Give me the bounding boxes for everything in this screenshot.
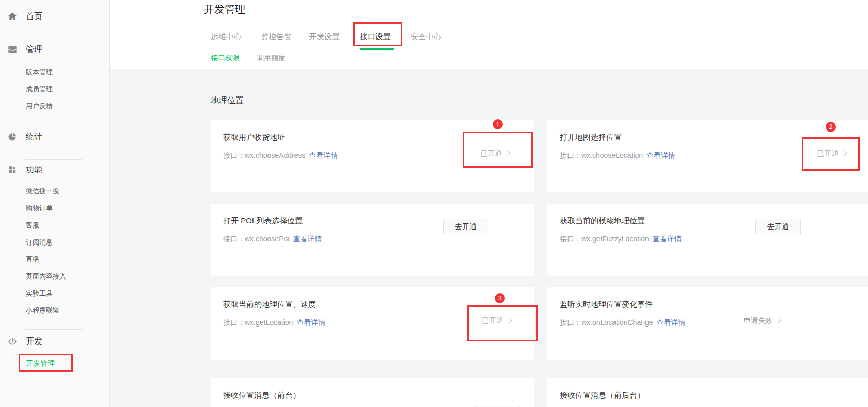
sidebar-item-用户反馈[interactable]: 用户反馈 (26, 103, 109, 110)
status-opened[interactable]: 已开通 (482, 316, 511, 325)
sidebar-group-inbox[interactable]: 管理 (0, 43, 109, 56)
card-api-line: 接口：wx.getFuzzyLocation查看详情 (560, 235, 682, 244)
api-card: 获取当前的地理位置、速度接口：wx.getLocation查看详情已开通 (211, 287, 534, 360)
card-api-line: 接口：wx.getLocation查看详情 (223, 318, 325, 328)
sidebar-item-直播[interactable]: 直播 (26, 256, 109, 263)
sidebar-group-code[interactable]: 开发 (0, 335, 109, 348)
sidebar-group-grid[interactable]: 功能 (0, 164, 109, 176)
api-name: wx.getFuzzyLocation (581, 235, 649, 243)
inbox-icon (7, 44, 18, 55)
api-card: 获取当前的模糊地理位置接口：wx.getFuzzyLocation查看详情去开通 (547, 204, 868, 276)
active-tab-underline (360, 48, 394, 50)
api-card: 打开地图选择位置接口：wx.chooseLocation查看详情已开通 (547, 120, 868, 192)
tab-border (211, 50, 868, 50)
card-title: 接收位置消息（前台） (223, 390, 301, 400)
sidebar-group-label: 开发 (26, 336, 42, 347)
content-body: 地理位置 获取用户收货地址接口：wx.chooseAddress查看详情已开通打… (110, 69, 868, 407)
api-card: 接收位置消息（前台） (211, 378, 534, 407)
api-name: wx.onLocationChange (581, 318, 653, 327)
sidebar-item-成员管理[interactable]: 成员管理 (26, 86, 109, 93)
status-opened[interactable]: 已开通 (817, 149, 846, 158)
subtab-divider (248, 55, 248, 62)
sidebar-item-微信搜一搜[interactable]: 微信搜一搜 (26, 188, 109, 195)
api-card: 打开 POI 列表选择位置接口：wx.choosePoi查看详情去开通 (211, 204, 534, 276)
sidebar-group-label: 功能 (26, 165, 42, 175)
sidebar-divider (25, 159, 82, 160)
sidebar-item-小程序联盟[interactable]: 小程序联盟 (26, 307, 109, 314)
api-label: 接口： (560, 151, 581, 159)
chevron-right-icon (504, 150, 510, 156)
chevron-right-icon (506, 317, 512, 323)
api-name: wx.chooseLocation (581, 151, 643, 159)
open-api-button[interactable]: 去开通 (755, 219, 801, 235)
sidebar-item-客服[interactable]: 客服 (26, 222, 109, 229)
subtab-调用额度[interactable]: 调用额度 (257, 54, 286, 63)
status-opened[interactable]: 已开通 (480, 149, 510, 158)
card-title: 打开 POI 列表选择位置 (223, 216, 303, 226)
sidebar-divider (25, 127, 82, 127)
sidebar-item-订阅消息[interactable]: 订阅消息 (26, 239, 109, 246)
api-card: 监听实时地理位置变化事件接口：wx.onLocationChange查看详情申请… (547, 287, 868, 360)
home-icon (7, 11, 18, 22)
sidebar-group-label: 管理 (26, 44, 42, 55)
grid-icon (7, 165, 18, 175)
view-details-link[interactable]: 查看详情 (293, 235, 322, 243)
api-label: 接口： (223, 151, 245, 159)
api-label: 接口： (560, 318, 581, 327)
sidebar-group-pie-chart[interactable]: 统计 (0, 131, 109, 143)
sidebar: 首页管理版本管理成员管理用户反馈统计功能微信搜一搜购物订单客服订阅消息直播页面内… (0, 0, 110, 407)
tab-运维中心[interactable]: 运维中心 (211, 32, 242, 42)
view-details-link[interactable]: 查看详情 (653, 235, 682, 243)
sidebar-group-label: 首页 (26, 11, 42, 22)
api-label: 接口： (560, 235, 581, 243)
card-title: 获取当前的模糊地理位置 (560, 216, 645, 226)
tab-开发设置[interactable]: 开发设置 (309, 32, 340, 42)
card-api-line: 接口：wx.chooseAddress查看详情 (223, 151, 338, 160)
sidebar-divider (25, 329, 82, 330)
sidebar-group-home[interactable]: 首页 (0, 10, 109, 23)
code-icon (7, 336, 18, 347)
card-title: 打开地图选择位置 (560, 133, 622, 142)
page-title: 开发管理 (204, 3, 245, 17)
card-title: 接收位置消息（前后台） (560, 390, 645, 400)
chevron-right-icon (775, 317, 781, 323)
api-label: 接口： (223, 235, 245, 243)
sidebar-divider (25, 35, 82, 35)
annotation-box-sidebar: 开发管理 (19, 354, 73, 372)
status-expired[interactable]: 申请失效 (744, 316, 780, 325)
section-heading: 地理位置 (211, 95, 244, 106)
api-name: wx.chooseAddress (245, 151, 306, 159)
pie-chart-icon (7, 132, 18, 142)
api-label: 接口： (223, 318, 245, 327)
tab-安全中心[interactable]: 安全中心 (411, 32, 441, 42)
sidebar-item-开发管理[interactable]: 开发管理 (26, 360, 55, 367)
sidebar-item-页面内容接入[interactable]: 页面内容接入 (26, 273, 109, 280)
view-details-link[interactable]: 查看详情 (296, 318, 325, 327)
api-name: wx.getLocation (245, 318, 293, 327)
view-details-link[interactable]: 查看详情 (657, 318, 686, 327)
api-card: 获取用户收货地址接口：wx.chooseAddress查看详情已开通 (211, 120, 534, 192)
card-title: 获取当前的地理位置、速度 (223, 300, 316, 310)
sidebar-item-实验工具[interactable]: 实验工具 (26, 290, 109, 297)
subtab-接口权限[interactable]: 接口权限 (211, 54, 240, 63)
api-name: wx.choosePoi (245, 235, 289, 243)
open-api-button[interactable]: 去开通 (443, 219, 488, 235)
card-api-line: 接口：wx.onLocationChange查看详情 (560, 318, 686, 328)
view-details-link[interactable]: 查看详情 (309, 151, 338, 159)
sidebar-item-版本管理[interactable]: 版本管理 (26, 69, 109, 76)
sidebar-item-购物订单[interactable]: 购物订单 (26, 205, 109, 212)
view-details-link[interactable]: 查看详情 (646, 151, 675, 159)
annotation-box-tab (353, 22, 402, 46)
sidebar-group-label: 统计 (26, 132, 42, 142)
card-api-line: 接口：wx.chooseLocation查看详情 (560, 151, 675, 160)
tab-监控告警[interactable]: 监控告警 (261, 32, 292, 42)
card-title: 获取用户收货地址 (223, 133, 285, 142)
card-title: 监听实时地理位置变化事件 (560, 300, 653, 310)
content-header: 开发管理 运维中心监控告警开发设置接口设置安全中心 接口权限调用额度 (110, 0, 868, 69)
card-api-line: 接口：wx.choosePoi查看详情 (223, 235, 322, 244)
chevron-right-icon (841, 150, 847, 156)
mini-program-console: 首页管理版本管理成员管理用户反馈统计功能微信搜一搜购物订单客服订阅消息直播页面内… (0, 0, 868, 407)
api-card: 接收位置消息（前后台） (547, 378, 868, 407)
